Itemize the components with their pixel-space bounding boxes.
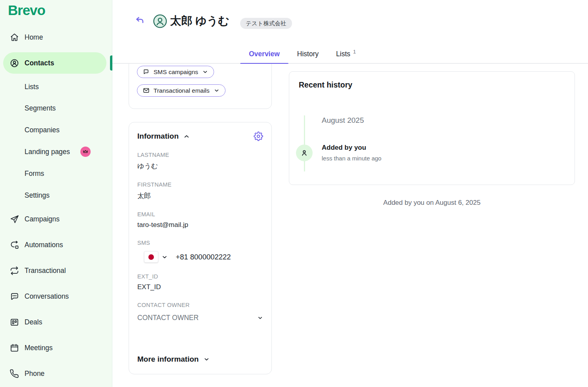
sms-bubble-icon <box>143 69 150 75</box>
sidebar-item-label: Deals <box>25 318 42 326</box>
information-card: Information LASTNAME ゆうむ FIRSTNAME 太郎 EM… <box>129 122 272 374</box>
sidebar-item-label: Campaigns <box>25 215 60 223</box>
person-icon <box>296 145 313 161</box>
field-value: taro-test@mail.jp <box>137 221 263 229</box>
field-lastname: LASTNAME ゆうむ <box>137 152 263 171</box>
recent-history-card: Recent history August 2025 Added by you … <box>289 71 575 185</box>
engagement-card: SMS campaigns Transactional emails <box>129 64 272 109</box>
contacts-icon <box>9 58 19 68</box>
sidebar-item-automations[interactable]: Automations <box>0 238 112 252</box>
field-email: EMAIL taro-test@mail.jp <box>137 211 263 229</box>
sidebar-item-label: Transactional <box>25 267 66 275</box>
field-label: EXT_ID <box>137 273 263 280</box>
sidebar-item-label: Landing pages <box>25 148 70 156</box>
sidebar-item-label: Meetings <box>25 344 53 352</box>
calendar-icon <box>9 343 19 353</box>
pill-label: Transactional emails <box>154 87 210 94</box>
sidebar-item-home[interactable]: Home <box>0 30 112 44</box>
company-badge: テスト株式会社 <box>240 18 292 29</box>
tabs: Overview History Lists 1 <box>240 44 365 64</box>
chevron-down-icon <box>203 356 210 362</box>
field-value: ゆうむ <box>137 162 263 171</box>
back-icon[interactable] <box>135 16 145 26</box>
tab-label: History <box>297 50 319 58</box>
sidebar-item-label: Lists <box>25 83 39 91</box>
sidebar-item-label: Settings <box>25 191 49 200</box>
field-firstname: FIRSTNAME 太郎 <box>137 181 263 200</box>
pill-label: SMS campaigns <box>154 69 198 76</box>
sidebar-item-forms[interactable]: Forms <box>0 166 112 181</box>
send-icon <box>9 214 19 224</box>
chevron-down-icon <box>202 69 208 75</box>
sidebar-item-transactional[interactable]: Transactional <box>0 263 112 278</box>
contact-header: 太郎 ゆうむ テスト株式会社 <box>112 0 588 44</box>
automation-flow-icon <box>9 240 19 250</box>
tab-overview[interactable]: Overview <box>240 44 288 64</box>
sidebar-item-label: Automations <box>25 241 63 249</box>
information-title: Information <box>137 132 179 141</box>
chat-bubble-icon <box>9 292 19 301</box>
brevo-logo[interactable]: Brevo <box>8 2 45 18</box>
chevron-down-icon <box>257 315 263 321</box>
field-value: 太郎 <box>137 191 263 200</box>
event-title: Added by you <box>322 144 366 152</box>
sidebar-item-segments[interactable]: Segments <box>0 101 112 115</box>
sidebar-item-landing-pages[interactable]: Landing pages <box>0 145 112 159</box>
field-value: EXT_ID <box>137 283 263 291</box>
tab-history[interactable]: History <box>288 44 327 64</box>
kanban-board-icon <box>9 317 19 327</box>
more-information-toggle[interactable]: More information <box>137 355 210 364</box>
field-label: FIRSTNAME <box>137 181 263 188</box>
sidebar-item-label: Contacts <box>25 59 54 67</box>
chevron-up-icon[interactable] <box>183 133 190 140</box>
sidebar-item-contacts[interactable]: Contacts <box>0 56 112 70</box>
lists-count-badge: 1 <box>353 49 356 55</box>
sidebar-item-label: Companies <box>25 126 60 134</box>
chevron-down-icon[interactable] <box>161 254 168 260</box>
main-content: SMS campaigns Transactional emails Infor… <box>112 64 588 387</box>
contact-name: 太郎 ゆうむ <box>170 13 230 29</box>
premium-crown-icon <box>80 147 91 157</box>
country-flag-selector[interactable] <box>144 251 158 263</box>
sidebar-item-label: Segments <box>25 104 56 112</box>
contact-owner-select[interactable]: CONTACT OWNER <box>137 314 263 322</box>
sidebar-item-label: Conversations <box>25 292 69 301</box>
chevron-down-icon <box>214 88 220 93</box>
timeline-line <box>304 115 305 172</box>
phone-number-value: +81 8000002222 <box>176 253 231 261</box>
field-sms: SMS +81 8000002222 <box>137 240 263 263</box>
home-icon <box>9 32 19 42</box>
more-information-label: More information <box>137 355 199 364</box>
tab-label: Lists <box>336 50 350 58</box>
sidebar-item-label: Home <box>25 33 43 42</box>
timeline-month: August 2025 <box>322 116 364 125</box>
sidebar-item-phone[interactable]: Phone <box>0 366 112 381</box>
sidebar-item-label: Phone <box>25 370 45 378</box>
sidebar: Brevo Home Contacts Lists Segments Compa… <box>0 0 112 387</box>
sidebar-item-conversations[interactable]: Conversations <box>0 289 112 303</box>
field-label: EMAIL <box>137 211 263 217</box>
field-ext-id: EXT_ID EXT_ID <box>137 273 263 291</box>
tab-label: Overview <box>249 50 280 58</box>
sms-campaigns-button[interactable]: SMS campaigns <box>137 66 214 78</box>
sidebar-item-deals[interactable]: Deals <box>0 315 112 329</box>
recent-history-title: Recent history <box>299 80 565 90</box>
sidebar-item-meetings[interactable]: Meetings <box>0 341 112 355</box>
contact-avatar <box>153 14 167 28</box>
tab-lists[interactable]: Lists 1 <box>327 44 364 64</box>
event-time: less than a minute ago <box>322 155 381 162</box>
sidebar-item-label: Forms <box>25 170 44 178</box>
sidebar-item-lists[interactable]: Lists <box>0 80 112 94</box>
select-value: CONTACT OWNER <box>137 314 199 322</box>
sidebar-item-companies[interactable]: Companies <box>0 123 112 137</box>
sidebar-item-settings[interactable]: Settings <box>0 188 112 202</box>
transactional-emails-button[interactable]: Transactional emails <box>137 84 226 97</box>
gear-icon[interactable] <box>254 132 263 141</box>
sidebar-item-campaigns[interactable]: Campaigns <box>0 212 112 226</box>
field-label: LASTNAME <box>137 152 263 158</box>
japan-flag-icon <box>148 254 154 260</box>
phone-icon <box>9 369 19 379</box>
field-contact-owner: CONTACT OWNER CONTACT OWNER <box>137 302 263 322</box>
field-label: SMS <box>137 240 263 246</box>
repeat-arrows-icon <box>9 266 19 276</box>
